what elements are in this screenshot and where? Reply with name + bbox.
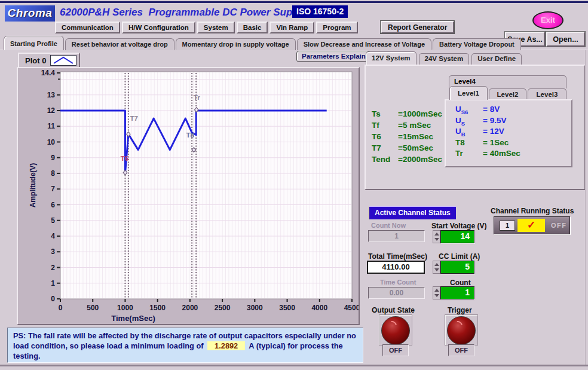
tab-level2[interactable]: Level2 (489, 88, 526, 100)
waveform-legend-icon (50, 55, 76, 66)
channel-running-state: OFF (551, 222, 567, 229)
count-now-field: 1 (368, 230, 425, 242)
value-us: US= 9.5V (455, 116, 571, 127)
vin-ramp-button[interactable]: Vin Ramp (270, 22, 314, 33)
param-t6: T6=15mSec (372, 132, 442, 143)
param-t7: T7=50mSec (372, 143, 442, 155)
svg-text:13: 13 (47, 91, 56, 99)
svg-text:2: 2 (51, 264, 55, 272)
output-state-knob-panel (379, 314, 412, 345)
svg-text:7: 7 (51, 185, 55, 193)
tab-momentary-drop[interactable]: Momentary drop in supply voltage (176, 38, 296, 50)
trigger-label: Trigger (448, 306, 472, 314)
tab-12v-system[interactable]: 12V System (366, 51, 416, 65)
waveform-chart-svg: T6T7T8Tr01234567891011121314.40500100015… (18, 68, 359, 324)
svg-text:11: 11 (47, 122, 55, 130)
timing-parameters: Ts=1000mSec Tf=5 mSec T6=15mSec T7=50mSe… (372, 109, 442, 166)
svg-text:T8: T8 (186, 132, 194, 139)
value-tr: Tr= 40mSec (455, 149, 571, 160)
svg-text:2500: 2500 (215, 304, 231, 312)
total-time-label: Total Time(mSec) (368, 252, 427, 261)
tab-24v-system[interactable]: 24V System (419, 53, 470, 65)
time-count-field: 0.00 (368, 287, 425, 299)
waveform-chart: T6T7T8Tr01234567891011121314.40500100015… (17, 67, 360, 325)
tab-level1[interactable]: Level1 (449, 86, 488, 100)
value-ub: UB= 12V (455, 127, 571, 138)
tab-level3[interactable]: Level3 (528, 88, 566, 100)
svg-text:10: 10 (47, 138, 56, 146)
exit-button[interactable]: Exit (532, 11, 564, 29)
svg-text:8: 8 (51, 169, 55, 178)
ps-note: PS: The fall rate will be affected by th… (7, 328, 363, 363)
svg-text:1: 1 (51, 279, 55, 288)
svg-text:Amplitude(V): Amplitude(V) (29, 163, 37, 208)
tab-slow-decrease-increase[interactable]: Slow Decrease and Increase of Voltage (297, 38, 431, 50)
trigger-knob[interactable] (447, 316, 476, 345)
svg-text:0: 0 (51, 295, 55, 303)
svg-text:3000: 3000 (247, 304, 263, 312)
chroma-logo: Chroma (5, 5, 55, 22)
basic-button[interactable]: Basic (237, 22, 268, 33)
svg-text:9: 9 (51, 154, 55, 162)
test-profile-tabs: Starting Profile Reset behavior at volta… (4, 35, 521, 50)
trigger-knob-panel (445, 314, 478, 345)
program-button[interactable]: Program (316, 22, 357, 33)
svg-text:T7: T7 (130, 115, 138, 122)
tab-starting-profile[interactable]: Starting Profile (4, 36, 64, 50)
svg-text:4500: 4500 (344, 304, 359, 312)
system-tabs: 12V System 24V System User Define (366, 51, 522, 65)
open-button[interactable]: Open... (546, 32, 585, 47)
cc-limit-label: CC Limit (A) (439, 252, 480, 261)
value-us6: US6= 8V (455, 105, 571, 116)
output-state-value: OFF (382, 344, 409, 356)
start-voltage-display[interactable]: 14 (440, 230, 474, 243)
start-voltage-label: Start Voltage (V) (431, 222, 486, 230)
output-state-label: Output State (372, 306, 415, 314)
minimum-loading-value: 1.2892 (207, 341, 245, 350)
svg-text:4000: 4000 (311, 304, 327, 312)
svg-text:3: 3 (51, 247, 55, 256)
communication-button[interactable]: Communication (55, 22, 120, 33)
hw-configuration-button[interactable]: H/W Configuration (122, 22, 195, 33)
output-state-knob[interactable] (381, 316, 410, 345)
svg-text:T6: T6 (121, 155, 128, 162)
window-top-edge (0, 1, 588, 3)
svg-text:0: 0 (59, 304, 63, 312)
app-title: 62000P&H Series Programmable DC Power Su… (60, 7, 307, 19)
total-time-field[interactable]: 4110.00 (367, 261, 425, 274)
system-button[interactable]: System (197, 22, 235, 33)
tab-reset-behavior[interactable]: Reset behavior at voltage drop (65, 38, 174, 50)
right-edge-groove (585, 50, 586, 365)
channel-number-cell: 1 (500, 221, 515, 231)
svg-text:2000: 2000 (182, 304, 198, 312)
svg-text:4: 4 (51, 232, 55, 240)
cc-limit-control: 5 (433, 261, 474, 274)
count-spinner[interactable] (433, 286, 440, 299)
parameters-explain-button[interactable]: Parameters Explain (296, 51, 371, 62)
start-voltage-spinner[interactable] (433, 230, 440, 243)
count-display[interactable]: 1 (440, 286, 474, 299)
value-t8: T8= 1Sec (455, 138, 571, 149)
cc-limit-spinner[interactable] (433, 261, 440, 274)
tab-user-define[interactable]: User Define (471, 53, 522, 65)
tab-battery-voltage-dropout[interactable]: Battery Voltage Dropout (433, 38, 521, 50)
window-bottom-edge (0, 365, 588, 366)
channel-running-status-widget: 1 ✓ OFF (494, 216, 570, 234)
plot-legend[interactable]: Plot 0 (18, 53, 80, 67)
svg-text:1000: 1000 (117, 304, 133, 312)
svg-text:14.4: 14.4 (41, 69, 56, 77)
param-tf: Tf=5 mSec (372, 121, 442, 132)
svg-text:500: 500 (87, 304, 99, 312)
svg-text:12: 12 (47, 106, 56, 115)
trigger-value: OFF (448, 344, 474, 356)
report-generator-button[interactable]: Report Generator (381, 21, 454, 33)
level1-values-panel: US6= 8V US= 9.5V UB= 12V T8= 1Sec Tr= 40… (445, 99, 572, 167)
svg-text:1500: 1500 (149, 304, 166, 312)
menu-bar: Communication H/W Configuration System B… (55, 22, 358, 33)
plot-legend-label: Plot 0 (25, 56, 46, 65)
channel-running-status-label: Channel Running Status (491, 207, 574, 215)
start-voltage-control: 14 (433, 230, 474, 243)
count-control: 1 (433, 286, 474, 299)
cc-limit-display[interactable]: 5 (440, 261, 474, 274)
channel-enabled-checkbox[interactable]: ✓ (517, 219, 545, 232)
